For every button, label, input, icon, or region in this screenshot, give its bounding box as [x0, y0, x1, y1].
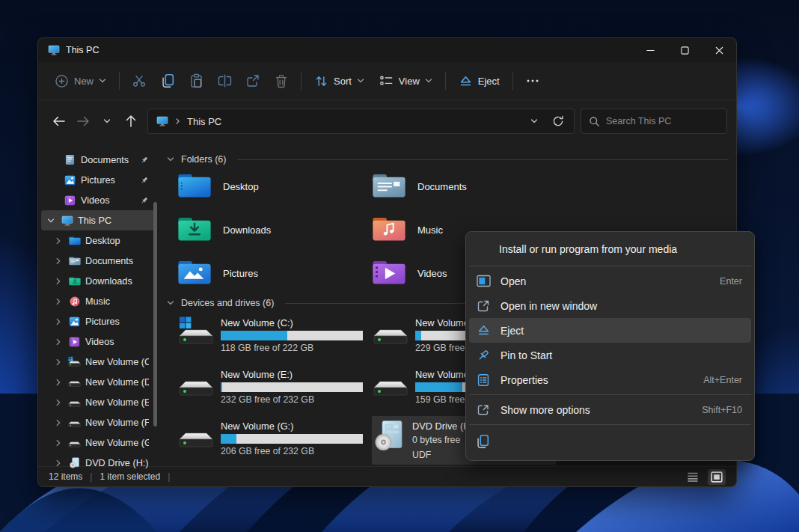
- up-button[interactable]: [119, 109, 143, 133]
- folder-tile-pictures[interactable]: Pictures: [177, 259, 372, 287]
- large-icons-view-button[interactable]: [708, 469, 726, 485]
- sidebar-item-label: New Volume (E:): [85, 397, 149, 408]
- chevron-right-icon[interactable]: [53, 459, 64, 467]
- folder-tile-downloads[interactable]: Downloads: [177, 215, 372, 244]
- sidebar-item-videos[interactable]: Videos: [41, 331, 155, 352]
- paste-button[interactable]: [182, 68, 210, 94]
- sidebar-item-dvd-drive-h-c[interactable]: DVD Drive (H:) C: [41, 453, 155, 473]
- pin-icon: [140, 196, 149, 205]
- new-button[interactable]: New: [47, 70, 114, 93]
- sidebar-item-pictures[interactable]: Pictures: [41, 170, 155, 190]
- address-dropdown-button[interactable]: [523, 110, 545, 132]
- drive-tile-new-volume-c[interactable]: New Volume (C:)118 GB free of 222 GB: [177, 313, 361, 357]
- folder-tile-desktop[interactable]: Desktop: [177, 172, 372, 201]
- folder-desktop-icon: [68, 236, 81, 245]
- sidebar: DocumentsPicturesVideosThis PCDesktopDoc…: [38, 142, 158, 466]
- breadcrumb[interactable]: This PC: [187, 116, 221, 127]
- chevron-right-icon[interactable]: [53, 237, 64, 245]
- recent-locations-button[interactable]: [95, 109, 119, 133]
- section-chevron-icon[interactable]: [167, 299, 174, 307]
- drive-icon: [68, 376, 81, 388]
- chevron-right-icon[interactable]: [53, 318, 64, 325]
- folder-downloads-icon: [68, 276, 81, 286]
- minimize-button[interactable]: [633, 38, 667, 62]
- details-view-button[interactable]: [684, 469, 702, 485]
- chevron-right-icon[interactable]: [53, 358, 64, 366]
- chevron-right-icon[interactable]: [53, 379, 64, 386]
- share-icon: [245, 74, 260, 88]
- menu-item-show-more-options[interactable]: Show more optionsShift+F10: [469, 397, 751, 422]
- sidebar-item-documents[interactable]: Documents: [41, 150, 155, 170]
- chevron-right-icon[interactable]: [53, 298, 64, 305]
- chevron-right-icon[interactable]: [53, 278, 64, 285]
- sidebar-item-label: Videos: [85, 337, 114, 347]
- music-app-icon: [68, 296, 81, 307]
- navigation-bar: This PC: [38, 100, 736, 142]
- close-button[interactable]: [702, 38, 736, 62]
- sidebar-item-label: Desktop: [85, 236, 120, 246]
- address-bar[interactable]: This PC: [147, 108, 575, 134]
- sidebar-item-new-volume-f[interactable]: New Volume (F:): [41, 412, 155, 432]
- sidebar-item-videos[interactable]: Videos: [41, 190, 155, 210]
- maximize-button[interactable]: [667, 38, 702, 62]
- chevron-right-icon[interactable]: [53, 439, 64, 447]
- drive-tile-new-volume-g[interactable]: New Volume (G:)206 GB free of 232 GB: [177, 416, 361, 465]
- drive-tile-new-volume-e[interactable]: New Volume (E:)232 GB free of 232 GB: [177, 364, 361, 409]
- scissors-icon: [132, 73, 147, 88]
- drive-icon: [373, 317, 408, 347]
- folder-pictures-icon: [177, 259, 212, 287]
- chevron-right-icon[interactable]: [53, 419, 64, 426]
- menu-item-open-in-new-window[interactable]: Open in new window: [469, 293, 751, 318]
- sidebar-item-new-volume-e[interactable]: New Volume (E:): [41, 392, 155, 412]
- eject-button[interactable]: Eject: [451, 70, 507, 92]
- sidebar-item-pictures[interactable]: Pictures: [41, 311, 155, 331]
- chevron-right-icon[interactable]: [53, 399, 64, 406]
- section-chevron-icon[interactable]: [167, 156, 174, 163]
- plus-circle-icon: [55, 74, 69, 88]
- sidebar-item-label: Documents: [81, 155, 129, 165]
- menu-item-eject[interactable]: Eject: [469, 318, 751, 343]
- folder-desktop-icon: [177, 172, 212, 201]
- this-pc-small-icon: [156, 116, 168, 126]
- sidebar-item-documents[interactable]: Documents: [41, 251, 155, 271]
- more-options-button[interactable]: [518, 68, 547, 94]
- arrow-right-icon: [76, 115, 90, 127]
- context-menu: Install or run program from your mediaOp…: [465, 231, 755, 461]
- chevron-down-icon[interactable]: [46, 217, 56, 224]
- menu-item-properties[interactable]: PropertiesAlt+Enter: [469, 367, 751, 392]
- menu-item-copy[interactable]: [469, 427, 751, 457]
- sort-button[interactable]: Sort: [307, 70, 372, 92]
- drive-usage-bar: [221, 434, 363, 444]
- rename-button[interactable]: [210, 68, 239, 94]
- refresh-button[interactable]: [547, 110, 569, 132]
- sidebar-item-new-volume-g[interactable]: New Volume (G:): [41, 432, 155, 453]
- forward-button[interactable]: [71, 109, 95, 133]
- search-box: [581, 108, 727, 134]
- title-bar: This PC: [38, 38, 736, 62]
- sidebar-scrollbar[interactable]: [153, 202, 157, 426]
- sidebar-item-new-volume-c[interactable]: New Volume (C:): [41, 352, 155, 372]
- menu-item-install-or-run-program-from-your-media[interactable]: Install or run program from your media: [469, 235, 751, 263]
- sidebar-item-desktop[interactable]: Desktop: [41, 230, 155, 251]
- folder-tile-documents[interactable]: Documents: [372, 172, 566, 201]
- sidebar-item-music[interactable]: Music: [41, 291, 155, 311]
- menu-item-pin-to-start[interactable]: Pin to Start: [469, 343, 751, 367]
- share-button[interactable]: [239, 68, 267, 94]
- view-button[interactable]: View: [372, 70, 440, 91]
- sort-arrows-icon: [314, 75, 328, 88]
- sidebar-item-downloads[interactable]: Downloads: [41, 271, 155, 291]
- back-button[interactable]: [47, 109, 71, 133]
- large-icons-view-icon: [711, 471, 723, 483]
- chevron-right-icon[interactable]: [53, 257, 64, 265]
- delete-button[interactable]: [267, 68, 296, 94]
- sidebar-item-this-pc[interactable]: This PC: [41, 210, 155, 230]
- copy-button[interactable]: [153, 68, 182, 94]
- search-input[interactable]: [606, 116, 703, 126]
- selection-count: 1 item selected: [100, 471, 160, 482]
- sidebar-item-new-volume-d[interactable]: New Volume (D:): [41, 372, 155, 392]
- cut-button[interactable]: [125, 68, 153, 94]
- chevron-right-icon[interactable]: [53, 338, 64, 346]
- drives-section-title: Devices and drives (6): [181, 298, 274, 308]
- menu-item-open[interactable]: OpenEnter: [469, 269, 751, 293]
- sidebar-item-label: New Volume (G:): [85, 438, 149, 448]
